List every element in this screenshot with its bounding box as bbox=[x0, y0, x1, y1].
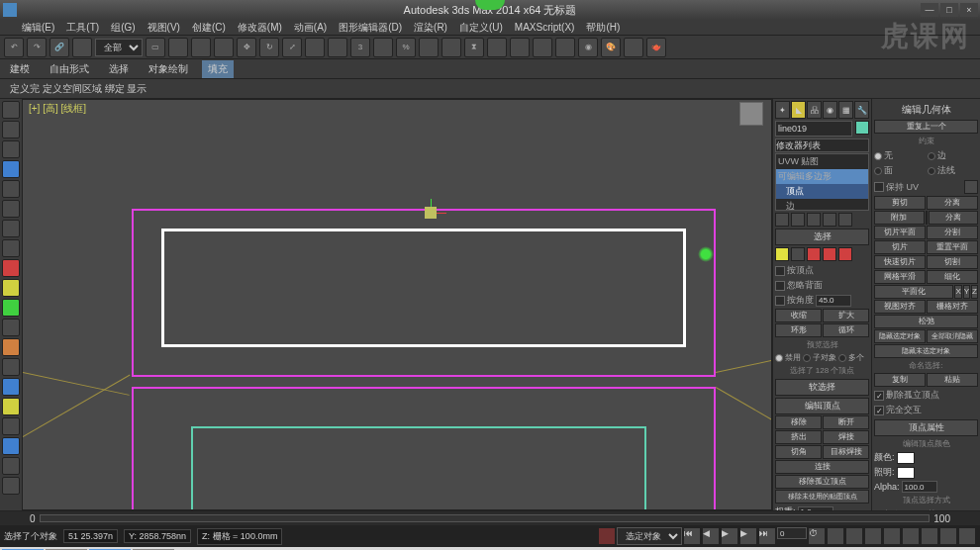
nav-7[interactable] bbox=[939, 527, 957, 545]
subobj-element[interactable] bbox=[838, 247, 852, 261]
connect-button[interactable]: 连接 bbox=[775, 460, 869, 474]
menu-help[interactable]: 帮助(H) bbox=[584, 21, 622, 35]
create-btn[interactable]: 剪切 bbox=[874, 196, 926, 210]
time-config[interactable]: ⏱ bbox=[808, 527, 826, 545]
grid-align-btn[interactable]: 栅格对齐 bbox=[927, 300, 978, 314]
attach-list-btn[interactable] bbox=[926, 211, 928, 225]
rollout-editverts[interactable]: 编辑顶点 bbox=[775, 398, 869, 414]
mirror-button[interactable]: ⧗ bbox=[464, 38, 484, 57]
c-none[interactable] bbox=[874, 152, 882, 160]
snap-button[interactable]: 3 bbox=[350, 38, 370, 57]
ribbon-sub-labels[interactable]: 定义完 定义空间区域 绑定 显示 bbox=[4, 80, 152, 98]
render-button[interactable]: 🫖 bbox=[646, 38, 666, 57]
modifier-stack[interactable]: UVW 贴图 可编辑多边形 顶点 边 边界 多边形 元素 bbox=[775, 153, 869, 211]
render-setup-button[interactable]: 🎨 bbox=[601, 38, 621, 57]
collapse-btn[interactable]: 分离 bbox=[927, 196, 978, 210]
lt-15[interactable] bbox=[2, 378, 20, 396]
shrink-button[interactable]: 收缩 bbox=[775, 309, 822, 322]
subobj-vertex[interactable] bbox=[775, 247, 789, 261]
tab-selection[interactable]: 选择 bbox=[103, 60, 135, 78]
unlink-button[interactable] bbox=[72, 38, 92, 57]
mod-epoly[interactable]: 可编辑多边形 bbox=[776, 169, 868, 184]
autokey-button[interactable] bbox=[598, 527, 616, 545]
status-y[interactable]: Y: 2858.758nn bbox=[124, 529, 191, 543]
menu-render[interactable]: 渲染(R) bbox=[412, 21, 449, 35]
nav-8[interactable] bbox=[958, 527, 976, 545]
attach-btn[interactable]: 附加 bbox=[874, 211, 925, 225]
scale-button[interactable]: ⤢ bbox=[282, 38, 302, 57]
del-iso-check[interactable] bbox=[874, 391, 884, 401]
copy-btn[interactable]: 复制 bbox=[874, 373, 926, 387]
subobj-border[interactable] bbox=[807, 247, 821, 261]
menu-maxscript[interactable]: MAXScript(X) bbox=[513, 22, 577, 33]
remove-iso-button[interactable]: 移除孤立顶点 bbox=[775, 475, 869, 489]
split-btn[interactable]: 分割 bbox=[927, 226, 978, 239]
utilities-tab[interactable]: 🔧 bbox=[854, 101, 869, 119]
nav-3[interactable] bbox=[864, 527, 882, 545]
modify-tab[interactable]: ◣ bbox=[791, 101, 806, 119]
rollout-selection[interactable]: 选择 bbox=[775, 229, 869, 245]
alpha-spinner[interactable] bbox=[902, 481, 937, 493]
lt-3[interactable] bbox=[2, 140, 20, 158]
ignore-backface-check[interactable] bbox=[775, 281, 785, 291]
tesselate-btn[interactable]: 细化 bbox=[927, 270, 978, 284]
c-normal[interactable] bbox=[928, 167, 935, 175]
ring-button[interactable]: 环形 bbox=[775, 323, 822, 337]
preserve-uv-check[interactable] bbox=[874, 182, 884, 192]
angle-spinner[interactable] bbox=[816, 295, 851, 307]
weight-spinner[interactable] bbox=[798, 506, 833, 511]
lt-18[interactable] bbox=[2, 437, 20, 455]
link-button[interactable]: 🔗 bbox=[49, 38, 69, 57]
status-z[interactable]: Z: 栅格 = 100.0mm bbox=[197, 528, 282, 545]
menu-create[interactable]: 创建(C) bbox=[190, 21, 228, 35]
keymode-select[interactable]: 选定对象 bbox=[617, 527, 682, 545]
lt-2[interactable] bbox=[2, 121, 20, 138]
hierarchy-tab[interactable]: 品 bbox=[807, 101, 822, 119]
redo-button[interactable]: ↷ bbox=[27, 38, 47, 57]
prev-sub[interactable] bbox=[803, 354, 811, 362]
status-x[interactable]: 51 25.397n bbox=[63, 529, 118, 543]
lt-11[interactable] bbox=[2, 299, 20, 317]
hide-unsel-btn[interactable]: 隐藏未选定对象 bbox=[874, 344, 978, 358]
detach-btn[interactable]: 分离 bbox=[929, 211, 979, 225]
menu-edit[interactable]: 编辑(E) bbox=[20, 21, 56, 35]
quickslice-btn[interactable]: 快速切片 bbox=[874, 255, 926, 269]
grow-button[interactable]: 扩大 bbox=[823, 309, 869, 322]
menu-group[interactable]: 组(G) bbox=[109, 21, 137, 35]
render-frame-button[interactable] bbox=[624, 38, 643, 57]
menu-customize[interactable]: 自定义(U) bbox=[457, 21, 505, 35]
lt-5[interactable] bbox=[2, 180, 20, 198]
tab-populate[interactable]: 填充 bbox=[202, 60, 234, 78]
target-weld-button[interactable]: 目标焊接 bbox=[823, 445, 869, 459]
timeline[interactable]: 0 100 bbox=[0, 511, 980, 525]
angle-snap-button[interactable] bbox=[373, 38, 393, 57]
lt-12[interactable] bbox=[2, 319, 20, 336]
viewcube[interactable] bbox=[739, 102, 763, 126]
lt-8[interactable] bbox=[2, 239, 20, 257]
undo-button[interactable]: ↶ bbox=[4, 38, 24, 57]
selection-filter[interactable]: 全部 bbox=[95, 39, 143, 56]
lt-20[interactable] bbox=[2, 477, 20, 495]
viewport-label[interactable]: [+] [高] [线框] bbox=[29, 102, 86, 116]
nav-2[interactable] bbox=[845, 527, 863, 545]
make-unique[interactable] bbox=[807, 213, 821, 227]
remove-unused-button[interactable]: 移除未使用的贴图顶点 bbox=[775, 490, 869, 504]
time-track[interactable] bbox=[40, 514, 931, 522]
create-tab[interactable]: ✦ bbox=[775, 101, 790, 119]
named-sel-button[interactable] bbox=[441, 38, 461, 57]
full-int-check[interactable] bbox=[874, 406, 884, 415]
maximize-button[interactable]: □ bbox=[940, 3, 958, 17]
break-button[interactable]: 断开 bbox=[823, 415, 869, 429]
object-name-field[interactable]: line019 bbox=[775, 121, 852, 137]
menu-animation[interactable]: 动画(A) bbox=[292, 21, 329, 35]
tab-freeform[interactable]: 自由形式 bbox=[44, 60, 95, 78]
rollout-vertprops[interactable]: 顶点属性 bbox=[874, 419, 978, 436]
by-angle-check[interactable] bbox=[775, 296, 785, 306]
vc-color[interactable] bbox=[897, 452, 915, 464]
next-frame[interactable]: ▶ bbox=[739, 527, 757, 545]
menu-views[interactable]: 视图(V) bbox=[146, 21, 182, 35]
align-button[interactable] bbox=[487, 38, 507, 57]
lt-9[interactable] bbox=[2, 259, 20, 277]
rotate-button[interactable]: ↻ bbox=[259, 38, 279, 57]
refcoord-button[interactable] bbox=[305, 38, 325, 57]
